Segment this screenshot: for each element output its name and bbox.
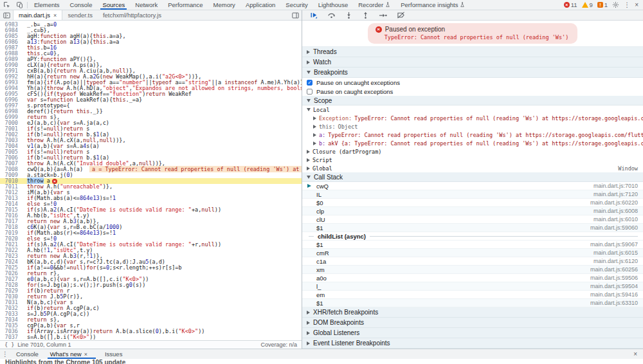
- section-threads[interactable]: Threads: [302, 47, 643, 57]
- more-options-kebab-icon[interactable]: ⋮: [624, 2, 630, 8]
- frame-location[interactable]: main.dart.js:6120: [593, 258, 638, 264]
- chevron-right-icon[interactable]: [313, 141, 316, 145]
- tab-performance-insights[interactable]: Performance insights: [395, 0, 470, 10]
- pause-uncaught-checkbox[interactable]: ✓: [307, 80, 312, 86]
- scope-variable-row[interactable]: a:TypeError: Cannot read properties of n…: [302, 131, 643, 139]
- issues-count-badge[interactable]: !1: [597, 1, 608, 8]
- frame-location[interactable]: main.dart.js:6015: [593, 250, 638, 256]
- file-tab-fetchxml-httpfactory-js[interactable]: fetchxml/httpfactory.js: [98, 10, 167, 20]
- section-dom-breakpoints[interactable]: DOM Breakpoints: [302, 318, 643, 328]
- scope-variable-row[interactable]: this:Object: [302, 122, 643, 131]
- frame-location[interactable]: main.dart.js:7120: [593, 191, 638, 197]
- step-out-button[interactable]: [362, 12, 369, 19]
- chevron-right-icon[interactable]: [307, 158, 310, 162]
- section-scope[interactable]: Scope: [302, 96, 643, 105]
- chevron-right-icon: [307, 50, 310, 54]
- device-toolbar-icon: [16, 1, 23, 8]
- tab-sources[interactable]: Sources: [97, 0, 130, 10]
- pause-caught-row[interactable]: Pause on caught exceptions: [302, 87, 643, 96]
- step-button[interactable]: [379, 12, 387, 19]
- close-tab-icon[interactable]: ×: [84, 351, 93, 358]
- pause-caught-checkbox[interactable]: [307, 89, 312, 95]
- section-xhr-breakpoints[interactable]: XHR/fetch Breakpoints: [302, 307, 643, 318]
- frame-location[interactable]: main.dart.js:59060: [590, 224, 638, 231]
- chevron-right-icon[interactable]: [313, 116, 316, 120]
- frame-location[interactable]: main.dart.js:59504: [590, 283, 638, 289]
- tab-recorder[interactable]: Recorder: [353, 0, 395, 10]
- tab-application[interactable]: Application: [240, 0, 280, 10]
- call-stack-frame[interactable]: $1main.dart.js:63310: [302, 299, 643, 307]
- tab-security[interactable]: Security: [280, 0, 312, 10]
- call-stack-frame[interactable]: c1amain.dart.js:6120: [302, 257, 643, 266]
- frame-location[interactable]: main.dart.js:6010: [593, 216, 638, 223]
- pause-uncaught-row[interactable]: ✓ Pause on uncaught exceptions: [302, 78, 643, 87]
- tab-lighthouse[interactable]: Lighthouse: [313, 0, 353, 10]
- code-editor[interactable]: 6983_.b=_.a=06984_.c=b},6985agH:function…: [0, 21, 302, 340]
- call-stack-frame[interactable]: cmRmain.dart.js:6015: [302, 249, 643, 257]
- tab-performance[interactable]: Performance: [163, 0, 208, 10]
- line-number[interactable]: 7037: [0, 334, 18, 340]
- pretty-print-icon[interactable]: { }: [5, 341, 14, 348]
- tab-console[interactable]: Console: [65, 0, 98, 10]
- file-tab-main-dart-js[interactable]: main.dart.js ×: [13, 10, 62, 20]
- call-stack-frame[interactable]: l_main.dart.js:59504: [302, 282, 643, 291]
- scope-variable-row[interactable]: Exception:TypeError: Cannot read propert…: [302, 114, 643, 122]
- section-watch[interactable]: Watch: [302, 57, 643, 68]
- chevron-right-icon[interactable]: [313, 133, 316, 137]
- toggle-debugger-sidebar-icon[interactable]: [289, 10, 302, 20]
- chevron-right-icon[interactable]: [307, 150, 310, 154]
- frame-location[interactable]: main.dart.js:7010: [593, 183, 638, 189]
- section-breakpoints[interactable]: Breakpoints: [302, 68, 643, 78]
- step-over-button[interactable]: [327, 12, 336, 19]
- scope-group-row[interactable]: Closure (dartProgram): [302, 147, 643, 156]
- scope-group-row[interactable]: GlobalWindow: [302, 164, 643, 172]
- step-into-button[interactable]: [345, 12, 352, 19]
- close-devtools-icon[interactable]: ×: [635, 2, 638, 8]
- section-global-listeners[interactable]: Global Listeners: [302, 328, 643, 338]
- scope-variable-row[interactable]: b:akV {a: TypeError: Cannot read propert…: [302, 139, 643, 147]
- drawer-tab-console[interactable]: Console: [10, 349, 44, 359]
- scope-group-row[interactable]: Script: [302, 156, 643, 164]
- close-tab-icon[interactable]: ×: [53, 12, 57, 19]
- warning-count-badge[interactable]: 9: [582, 1, 593, 8]
- call-stack-frame[interactable]: $1main.dart.js:59067: [302, 241, 643, 249]
- frame-location[interactable]: main.dart.js:60220: [590, 199, 638, 206]
- tab-network[interactable]: Network: [130, 0, 163, 10]
- drawer-menu-kebab-icon[interactable]: ⋮: [0, 350, 10, 358]
- code-text[interactable]: s=A.b([],b.i("K<0>")): [27, 334, 96, 340]
- scope-group-row[interactable]: Local: [302, 105, 643, 114]
- chevron-down-icon[interactable]: [307, 108, 311, 111]
- deactivate-breakpoints-button[interactable]: [397, 12, 405, 19]
- section-event-listener-breakpoints[interactable]: Event Listener Breakpoints: [302, 338, 643, 349]
- call-stack-frame[interactable]: clpmain.dart.js:6008: [302, 207, 643, 215]
- call-stack-frame[interactable]: a0omain.dart.js:59506: [302, 274, 643, 282]
- toggle-navigator-icon[interactable]: [0, 10, 13, 20]
- call-stack-frame[interactable]: $0main.dart.js:60220: [302, 199, 643, 207]
- error-count-badge[interactable]: ×11: [564, 1, 577, 8]
- call-stack-frame[interactable]: ILmain.dart.js:7120: [302, 190, 643, 199]
- chevron-right-icon[interactable]: [313, 125, 316, 129]
- tab-elements[interactable]: Elements: [29, 0, 65, 10]
- resume-script-button[interactable]: [310, 12, 318, 19]
- frame-location[interactable]: main.dart.js:59067: [590, 241, 638, 248]
- inspect-element-button[interactable]: [0, 0, 13, 10]
- close-drawer-icon[interactable]: ×: [633, 350, 643, 358]
- frame-location[interactable]: main.dart.js:63310: [590, 300, 638, 306]
- chevron-right-icon[interactable]: [307, 167, 310, 170]
- toggle-device-toolbar-button[interactable]: [13, 0, 26, 10]
- call-stack-frame[interactable]: emmain.dart.js:59416: [302, 291, 643, 299]
- section-call-stack[interactable]: Call Stack: [302, 172, 643, 182]
- call-stack-frame[interactable]: $1main.dart.js:59060: [302, 224, 643, 232]
- frame-location[interactable]: main.dart.js:60256: [590, 266, 638, 273]
- frame-location[interactable]: main.dart.js:6008: [593, 208, 638, 214]
- frame-location[interactable]: main.dart.js:59416: [590, 291, 638, 298]
- frame-location[interactable]: main.dart.js:59506: [590, 275, 638, 281]
- drawer-tab-whats-new[interactable]: What's new ×: [44, 349, 99, 359]
- call-stack-frame[interactable]: cwQmain.dart.js:7010: [302, 182, 643, 190]
- call-stack-frame[interactable]: clUmain.dart.js:6010: [302, 215, 643, 224]
- file-tab-sender-ts[interactable]: sender.ts: [62, 10, 98, 20]
- drawer-tab-issues[interactable]: Issues: [99, 349, 128, 359]
- call-stack-frame[interactable]: xmmain.dart.js:60256: [302, 266, 643, 274]
- settings-gear-icon[interactable]: [612, 1, 619, 8]
- tab-memory[interactable]: Memory: [208, 0, 240, 10]
